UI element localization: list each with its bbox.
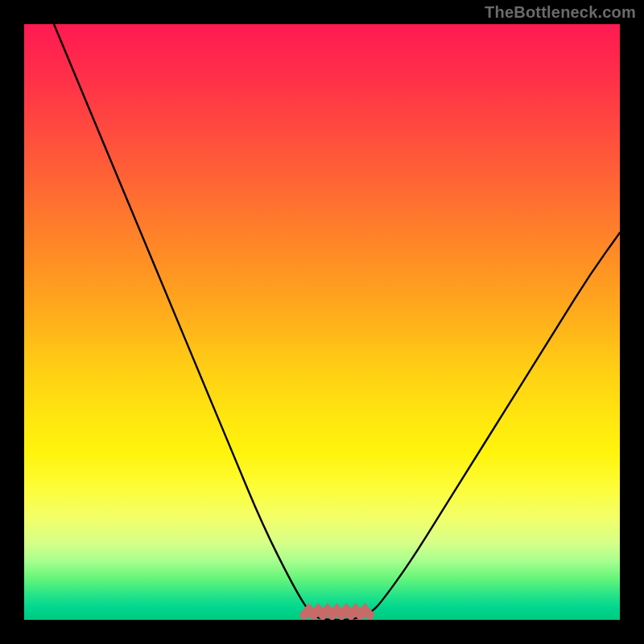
curve-svg bbox=[24, 24, 620, 620]
chart-frame: TheBottleneck.com bbox=[0, 0, 644, 644]
bottleneck-curve bbox=[54, 24, 620, 620]
plot-area bbox=[24, 24, 620, 620]
watermark-text: TheBottleneck.com bbox=[485, 3, 636, 22]
flat-region-highlight bbox=[304, 609, 369, 615]
